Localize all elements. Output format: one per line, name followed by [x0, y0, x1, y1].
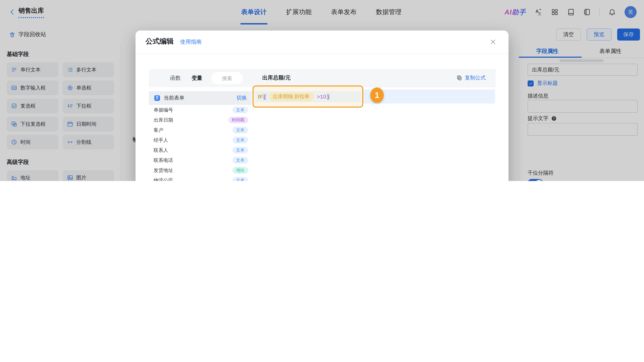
formula-fn: IF — [258, 94, 263, 100]
variable-name: 联系电话 — [154, 157, 173, 163]
variable-name: 单据编号 — [154, 107, 173, 113]
formula-field-title: 出库总额/元 — [262, 74, 291, 81]
variable-row[interactable]: 单据编号文本 — [149, 105, 252, 115]
search-input[interactable] — [211, 72, 243, 84]
variable-name: 客户 — [154, 127, 163, 133]
variable-row[interactable]: 发货地址地址 — [149, 165, 252, 175]
switch-form-link[interactable]: 切换 — [236, 94, 247, 102]
divider — [136, 54, 508, 54]
formula-field-header: 出库总额/元 复制公式 — [252, 69, 496, 87]
variable-type-badge: 地址 — [232, 167, 248, 174]
copy-formula-button[interactable]: 复制公式 — [456, 74, 486, 81]
tab-variables[interactable]: 变量 — [192, 75, 202, 82]
formula-expression[interactable]: IF(出库明细.折扣率>10) — [255, 91, 361, 102]
copy-formula-label: 复制公式 — [465, 74, 486, 81]
variable-name: 经手人 — [154, 137, 168, 143]
variable-name: 物流公司 — [154, 177, 173, 181]
variable-type-badge: 文本 — [232, 137, 248, 143]
variable-list: 单据编号文本出库日期时间戳客户文本经手人文本联系人文本联系电话文本发货地址地址物… — [149, 105, 252, 181]
formula-close-paren: ) — [327, 94, 330, 100]
variable-type-badge: 文本 — [232, 147, 248, 153]
formula-operator: >10 — [317, 94, 326, 100]
variable-name: 发货地址 — [154, 167, 173, 173]
app-root: 销售出库 表单设计 扩展功能 表单发布 数据管理 AI助手 A文 英 字段回收站… — [0, 0, 644, 181]
variable-row[interactable]: 物流公司文本 — [149, 175, 252, 181]
variable-row[interactable]: 出库日期时间戳 — [149, 115, 252, 125]
variable-type-badge: 文本 — [232, 127, 248, 133]
modal-title: 公式编辑 — [146, 36, 174, 46]
usage-guide-link[interactable]: 使用指南 — [180, 38, 202, 45]
close-icon[interactable] — [490, 38, 496, 45]
current-form-label: 当前表单 — [164, 94, 184, 102]
formula-variable-chip: 出库明细.折扣率 — [268, 92, 314, 101]
variable-row[interactable]: 联系电话文本 — [149, 155, 252, 165]
variable-type-badge: 文本 — [232, 157, 248, 164]
tab-functions[interactable]: 函数 — [170, 75, 181, 82]
variable-row[interactable]: 经手人文本 — [149, 135, 252, 145]
variable-name: 出库日期 — [154, 117, 173, 123]
current-form-header: 当前表单 切换 — [149, 91, 252, 105]
annotation-box-1: IF(出库明细.折扣率>10) — [252, 85, 363, 108]
variable-row[interactable]: 客户文本 — [149, 125, 252, 135]
variable-row[interactable]: 联系人文本 — [149, 145, 252, 155]
copy-icon — [456, 75, 462, 81]
variable-type-badge: 文本 — [232, 177, 248, 181]
variable-type-badge: 文本 — [232, 107, 248, 113]
form-doc-icon — [154, 94, 161, 102]
variable-name: 联系人 — [154, 147, 168, 153]
annotation-badge-1: 1 — [370, 87, 384, 103]
formula-open-paren: ( — [263, 94, 266, 100]
formula-editor-modal: 公式编辑 使用指南 函数 变量 当前表单 切换 单据编号文本出库日期时间戳客户文… — [136, 30, 508, 181]
variable-type-badge: 时间戳 — [228, 117, 248, 123]
